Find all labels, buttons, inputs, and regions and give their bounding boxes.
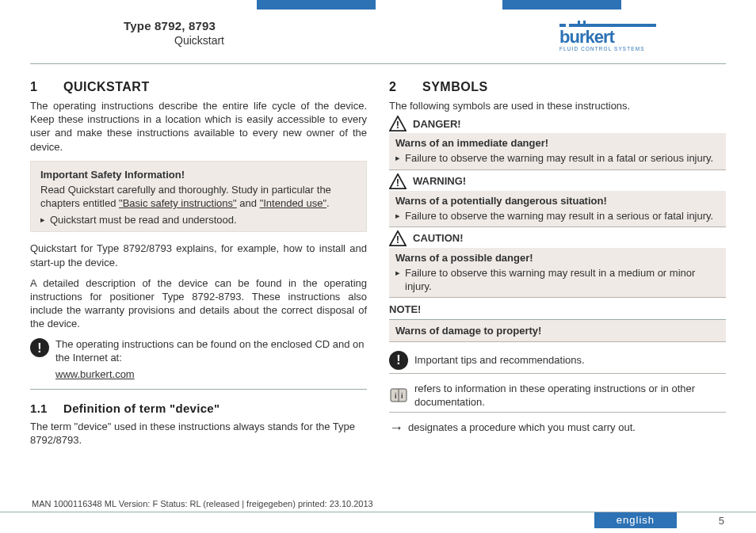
left-column: 1QUICKSTART The operating instructions d… xyxy=(30,78,367,454)
top-bar-right xyxy=(502,0,621,10)
safety-info-box: Important Safety Information! Read Quick… xyxy=(30,161,367,233)
page-footer: MAN 1000116348 ML Version: F Status: RL … xyxy=(0,499,756,533)
triangle-bullet-icon: ▸ xyxy=(395,266,400,293)
language-badge: english xyxy=(594,512,677,528)
link-basic-safety[interactable]: "Basic safety instructions" xyxy=(119,197,237,209)
header-subtitle: Quickstart xyxy=(174,34,224,47)
safety-bullet: ▸ Quickstart must be read and understood… xyxy=(40,213,358,227)
cd-info-row: ! The operating instructions can be foun… xyxy=(30,337,367,380)
brand-tagline: FLUID CONTROL SYSTEMS xyxy=(559,46,645,51)
quickstart-p3: A detailed description of the device can… xyxy=(30,276,367,331)
definition-text: The term "device" used in these instruct… xyxy=(30,420,367,447)
section-1-heading: 1QUICKSTART xyxy=(30,78,367,95)
header-type: Type 8792, 8793 xyxy=(124,19,224,32)
svg-text:i: i xyxy=(401,392,403,400)
footer-meta: MAN 1000116348 ML Version: F Status: RL … xyxy=(32,499,756,508)
svg-text:!: ! xyxy=(396,120,399,131)
svg-text:!: ! xyxy=(396,177,399,188)
info-exclamation-icon: ! xyxy=(30,338,49,357)
reference-row: i i refers to information in these opera… xyxy=(389,382,726,409)
arrow-right-icon: → xyxy=(389,422,403,433)
info-exclamation-icon: ! xyxy=(389,351,408,370)
section-2-heading: 2SYMBOLS xyxy=(389,78,726,95)
page-number: 5 xyxy=(719,515,724,527)
brand-logo: burkert FLUID CONTROL SYSTEMS xyxy=(559,21,678,52)
danger-head: ! DANGER! xyxy=(389,116,726,131)
link-intended-use[interactable]: "Intended use" xyxy=(260,197,326,209)
triangle-bullet-icon: ▸ xyxy=(395,151,400,165)
manual-book-icon: i i xyxy=(389,386,408,405)
section-1-1-heading: 1.1Definition of term "device" xyxy=(30,401,367,417)
link-burkert-com[interactable]: www.burkert.com xyxy=(55,367,367,381)
caution-head: ! CAUTION! xyxy=(389,230,726,246)
top-bar-left xyxy=(257,0,376,10)
cd-info-text: The operating instructions can be found … xyxy=(55,337,367,364)
svg-text:!: ! xyxy=(396,234,399,246)
note-label: NOTE! xyxy=(389,303,726,319)
top-color-bars xyxy=(0,0,756,10)
warning-triangle-icon: ! xyxy=(389,230,407,246)
quickstart-intro: The operating instructions describe the … xyxy=(30,99,367,154)
warning-body: Warns of a potentially dangerous situati… xyxy=(389,191,726,227)
procedure-arrow-row: → designates a procedure which you must … xyxy=(389,421,726,434)
caution-body: Warns of a possible danger! ▸Failure to … xyxy=(389,248,726,298)
warning-triangle-icon: ! xyxy=(389,116,407,131)
triangle-bullet-icon: ▸ xyxy=(395,209,400,223)
safety-title: Important Safety Information! xyxy=(40,168,358,181)
svg-rect-4 xyxy=(583,21,586,25)
page-header: Type 8792, 8793 Quickstart burkert FLUID… xyxy=(30,0,726,64)
warning-head: ! WARNING! xyxy=(389,173,726,189)
safety-text: Read Quickstart carefully and thoroughly… xyxy=(40,183,358,210)
svg-text:burkert: burkert xyxy=(559,27,615,47)
svg-text:i: i xyxy=(395,392,397,400)
danger-body: Warns of an immediate danger! ▸Failure t… xyxy=(389,133,726,169)
svg-rect-3 xyxy=(578,21,580,25)
symbols-intro: The following symbols are used in these … xyxy=(389,99,726,112)
triangle-bullet-icon: ▸ xyxy=(40,213,45,227)
quickstart-p2: Quickstart for Type 8792/8793 explains, … xyxy=(30,242,367,268)
tips-row: ! Important tips and recommendations. xyxy=(389,350,726,370)
warning-triangle-icon: ! xyxy=(389,173,407,189)
right-column: 2SYMBOLS The following symbols are used … xyxy=(389,78,726,454)
note-body: Warns of damage to property! xyxy=(389,320,726,342)
